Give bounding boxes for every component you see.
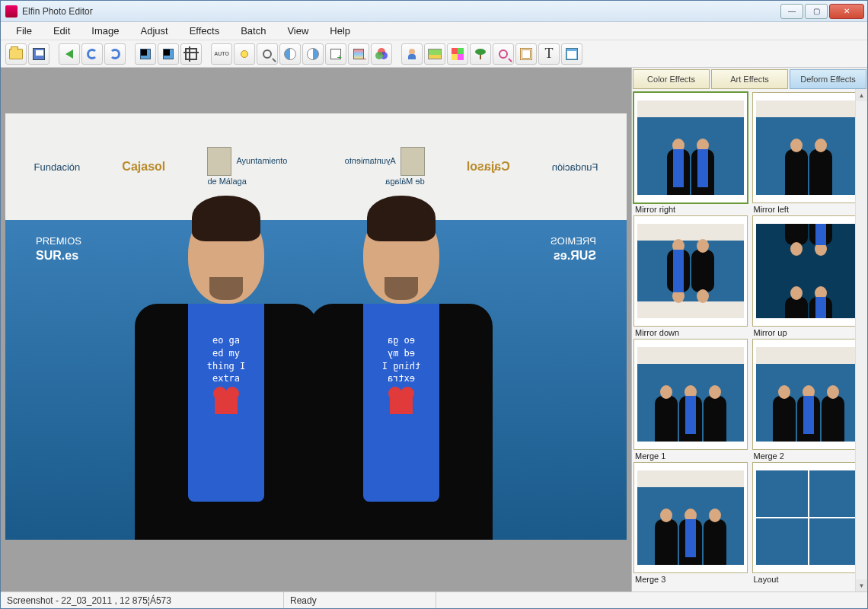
landscape-icon [428,49,442,59]
sponsor-fundacion: Fundación [34,161,81,173]
person-icon [408,49,416,59]
menu-file[interactable]: File [7,23,41,39]
effect-mirror-up[interactable]: Mirror up [752,215,866,337]
image-canvas[interactable]: Fundación Cajasol Ayuntamientode Málaga … [5,113,627,540]
premios-left: PREMIOSSUR.es [36,235,81,264]
crest-icon [207,147,231,176]
back-button[interactable] [59,43,80,65]
effect-merge-3[interactable]: Merge 3 [633,462,748,584]
toolbar: AUTO T [1,40,867,68]
floppy-icon [33,48,45,60]
status-filename: Screenshot - 22_03_2011 , 12 875¦Á573 [1,592,284,608]
tab-art-effects[interactable]: Art Effects [711,69,788,89]
effect-layout[interactable]: Layout [752,462,866,584]
quad-icon [452,48,464,60]
status-ready: Ready [284,592,436,608]
palm-button[interactable] [470,43,491,65]
app-icon [5,5,18,18]
close-button[interactable]: ✕ [829,4,864,19]
menu-view[interactable]: View [278,23,318,39]
undo-icon [87,49,97,59]
landscape-button[interactable] [424,43,445,65]
bulb-icon [241,50,248,58]
heart-icon [215,393,238,414]
status-spacer [436,592,867,608]
rotate-right-icon [163,49,174,59]
color-balance-button[interactable] [371,43,392,65]
canvas-area: Fundación Cajasol Ayuntamientode Málaga … [1,68,631,591]
frame-icon [520,48,532,60]
redo-button[interactable] [104,43,126,65]
effect-mirror-right[interactable]: Mirror right [633,92,748,214]
auto-icon: AUTO [214,51,229,56]
size-up-button[interactable] [325,43,346,65]
calendar-button[interactable] [561,43,582,65]
effects-scrollbar[interactable]: ▲ ▼ [855,89,867,591]
scroll-down-icon[interactable]: ▼ [856,579,867,591]
portrait-button[interactable] [401,43,423,65]
premios-right: PREMIOSSUR.es [550,235,596,264]
half-circle-icon [284,48,296,60]
menu-image[interactable]: Image [82,23,128,39]
brightness-button[interactable] [234,43,255,65]
undo-button[interactable] [81,43,103,65]
maximize-button[interactable]: ▢ [805,4,828,19]
banner: Fundación Cajasol Ayuntamientode Málaga … [5,113,627,220]
sponsor-cajasol: Cajasol [122,160,165,174]
rotate-left-button[interactable] [135,43,156,65]
square-minus-icon [353,49,364,59]
effect-mirror-left[interactable]: Mirror left [752,92,866,214]
size-down-button[interactable] [348,43,369,65]
menu-adjust[interactable]: Adjust [132,23,177,39]
effect-merge-1[interactable]: Merge 1 [633,339,748,461]
scroll-up-icon[interactable]: ▲ [856,89,867,101]
rgb-circles-icon [375,48,388,60]
window-title: Elfin Photo Editor [22,6,780,17]
zoom-icon [263,49,272,59]
crop-button[interactable] [180,43,202,65]
folder-open-icon [9,49,23,59]
menu-effects[interactable]: Effects [180,23,229,39]
effects-tabs: Color Effects Art Effects Deform Effects [632,68,867,89]
text-icon: T [545,46,554,62]
quad-button[interactable] [447,43,468,65]
auto-adjust-button[interactable]: AUTO [211,43,232,65]
text-button[interactable]: T [538,43,560,65]
menu-edit[interactable]: Edit [44,23,79,39]
half-circle2-icon [307,48,319,60]
contrast-up-button[interactable] [279,43,301,65]
person-right: eo gaed mything Iextra [310,205,493,540]
save-button[interactable] [28,43,49,65]
person-left: eo gaed mything Iextra [135,205,318,540]
open-button[interactable] [5,43,27,65]
crop-icon [185,48,197,60]
rotate-right-button[interactable] [158,43,179,65]
palm-icon [475,49,486,59]
minimize-button[interactable]: — [780,4,803,19]
effects-grid[interactable]: Mirror right Mirror left Mirror down Mir… [632,89,867,591]
magnifier-icon [499,49,508,59]
redo-icon [110,49,120,59]
titlebar[interactable]: Elfin Photo Editor — ▢ ✕ [1,1,867,22]
window-buttons: — ▢ ✕ [780,4,864,19]
content-area: Fundación Cajasol Ayuntamientode Málaga … [1,68,867,591]
magnify-button[interactable] [493,43,514,65]
app-window: Elfin Photo Editor — ▢ ✕ File Edit Image… [0,0,868,609]
effects-panel: Color Effects Art Effects Deform Effects… [631,68,867,591]
contrast-down-button[interactable] [302,43,324,65]
menubar: File Edit Image Adjust Effects Batch Vie… [1,22,867,40]
calendar-icon [566,48,578,60]
menu-batch[interactable]: Batch [231,23,275,39]
tab-color-effects[interactable]: Color Effects [633,69,710,89]
menu-help[interactable]: Help [321,23,359,39]
zoom-button[interactable] [257,43,278,65]
square-plus-icon [330,49,341,59]
arrow-left-icon [65,49,73,59]
rotate-left-icon [140,49,151,59]
frame-button[interactable] [515,43,537,65]
tab-deform-effects[interactable]: Deform Effects [790,69,866,89]
effect-merge-2[interactable]: Merge 2 [752,339,866,461]
effect-mirror-down[interactable]: Mirror down [633,215,748,337]
status-bar: Screenshot - 22_03_2011 , 12 875¦Á573 Re… [1,591,867,608]
